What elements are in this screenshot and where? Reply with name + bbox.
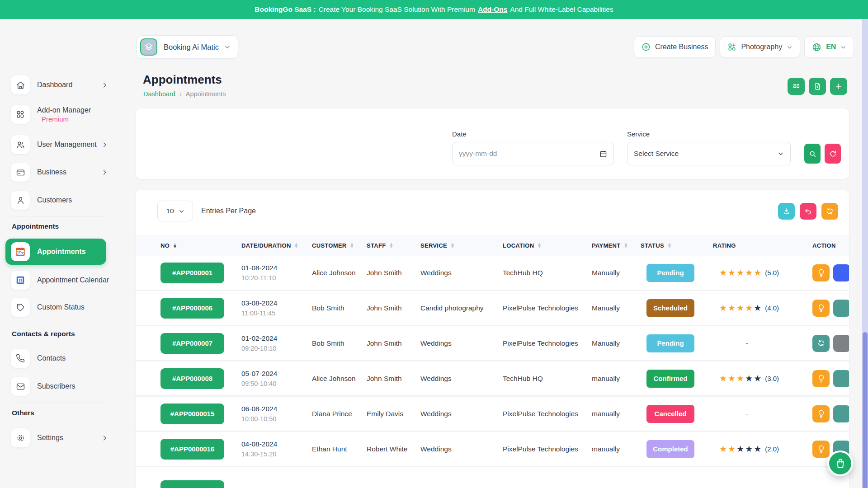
column-header-date-duration[interactable]: DATE/DURATION▲▼	[241, 242, 312, 249]
clipped-action-button[interactable]	[833, 264, 849, 282]
sort-arrows-icon[interactable]: ▲▼	[624, 243, 628, 248]
filter-card: Date yyyy-mm-dd Service Select Service	[136, 108, 849, 179]
sidebar-item-business[interactable]: Business	[11, 161, 112, 183]
breadcrumb-dashboard-link[interactable]: Dashboard	[143, 90, 175, 98]
column-header-action: ACTION	[812, 242, 849, 249]
lightbulb-button[interactable]	[812, 370, 830, 387]
sort-arrows-icon[interactable]: ▲▼	[389, 243, 393, 248]
addons-link[interactable]: Add-Ons	[478, 5, 507, 14]
action-cell	[812, 370, 849, 387]
rating-empty: -	[713, 410, 781, 418]
export-file-button[interactable]	[809, 78, 826, 95]
sidebar-section-others: Others	[12, 409, 34, 417]
search-button[interactable]	[804, 144, 821, 164]
sidebar-item-appointments-active[interactable]: Appointments	[5, 239, 106, 265]
payment-cell: Manually	[592, 339, 641, 347]
page-scrollbar-thumb[interactable]	[863, 332, 868, 488]
clipped-action-button[interactable]	[833, 300, 849, 317]
refresh-icon	[826, 207, 834, 215]
star-empty-icon: ★	[745, 444, 754, 454]
sidebar: Dashboard Add-on Manager Premium User Ma…	[0, 19, 115, 488]
language-selector[interactable]: EN	[804, 36, 854, 58]
table-row: #APP000007 01-02-2024 09:20-10:10 Bob Sm…	[136, 326, 849, 361]
sidebar-item-dashboard[interactable]: Dashboard	[11, 74, 112, 96]
service-select[interactable]: Select Service	[627, 142, 791, 165]
sync-button[interactable]	[812, 335, 830, 352]
sidebar-divider	[11, 322, 106, 322]
lightbulb-button[interactable]	[812, 441, 830, 458]
sort-arrows-icon[interactable]: ▲▼	[450, 243, 455, 248]
clipped-action-button[interactable]	[833, 405, 849, 422]
sort-arrows-icon[interactable]: ▲▼	[294, 243, 299, 248]
refresh-button[interactable]	[821, 203, 838, 220]
category-selector[interactable]: Photography	[720, 36, 800, 58]
sidebar-section-contacts: Contacts & reports	[12, 330, 75, 338]
lightbulb-button[interactable]	[812, 405, 830, 422]
sync-icon	[817, 339, 825, 347]
clipped-action-button[interactable]	[833, 370, 849, 387]
sort-arrows-icon[interactable]: ▲▼	[350, 243, 354, 248]
calendar-input-icon[interactable]	[599, 150, 607, 158]
add-appointment-button[interactable]	[830, 78, 847, 95]
lightbulb-button[interactable]	[812, 300, 830, 317]
status-badge: Pending	[646, 334, 694, 352]
service-cell: Weddings	[420, 445, 503, 453]
appointment-id-badge[interactable]	[160, 480, 224, 488]
page-scrollbar-track[interactable]	[862, 19, 868, 488]
sidebar-item-custom-status[interactable]: Custom Status	[11, 296, 112, 318]
column-header-status[interactable]: STATUS▲▼	[641, 242, 713, 249]
appointment-id-badge[interactable]: #APP0000015	[160, 404, 224, 424]
column-header-staff[interactable]: STAFF▲▼	[367, 242, 420, 249]
payment-cell: manually	[592, 375, 641, 383]
table-body: #APP000001 01-08-2024 10:20-11:10 Alice …	[136, 256, 849, 488]
chevron-right-icon	[101, 169, 108, 176]
date-duration-cell	[241, 483, 312, 485]
appointment-id-badge[interactable]: #APP000006	[160, 298, 224, 319]
sidebar-item-settings[interactable]: Settings	[11, 427, 112, 449]
appointments-table-card: 10 Entries Per Page NO▲▼DATE/DURATION▲▼C…	[136, 190, 849, 488]
sort-arrows-icon[interactable]: ▲▼	[173, 243, 177, 248]
status-cell: Cancelled	[641, 405, 713, 423]
date-duration-cell: 03-08-2024 11:00-11:45	[241, 299, 312, 317]
entries-per-page-select[interactable]: 10	[157, 201, 193, 221]
banner-brand: BookingGo SaaS :	[255, 5, 316, 14]
refresh-icon	[829, 150, 837, 158]
rating-cell: ★★★★★(4.0)	[713, 303, 812, 313]
download-button[interactable]	[778, 203, 795, 220]
column-header-payment[interactable]: PAYMENT▲▼	[592, 242, 641, 249]
sort-arrows-icon[interactable]: ▲▼	[667, 243, 672, 248]
table-row: #APP0000015 06-08-2024 10:00-10:50 Diana…	[136, 397, 849, 432]
create-business-button[interactable]: Create Business	[634, 36, 716, 58]
appointment-id-badge[interactable]: #APP0000016	[160, 439, 224, 460]
clipped-action-button[interactable]	[833, 335, 849, 352]
column-header-location[interactable]: LOCATION▲▼	[503, 242, 592, 249]
sort-arrows-icon[interactable]: ▲▼	[537, 243, 542, 248]
kanban-view-button[interactable]	[788, 78, 805, 95]
date-input[interactable]: yyyy-mm-dd	[452, 142, 614, 165]
column-header-customer[interactable]: CUSTOMER▲▼	[312, 242, 367, 249]
customer-cell: Alice Johnson	[312, 375, 367, 383]
service-cell: Weddings	[420, 269, 503, 277]
appointment-id-badge[interactable]: #APP000001	[160, 263, 224, 283]
sidebar-item-contacts[interactable]: Contacts	[11, 347, 112, 369]
column-header-no[interactable]: NO▲▼	[160, 242, 241, 249]
sidebar-item-customers[interactable]: Customers	[11, 189, 112, 211]
star-filled-icon: ★	[728, 373, 736, 384]
sidebar-item-addon-manager[interactable]: Add-on Manager Premium	[11, 103, 112, 125]
undo-button[interactable]	[800, 203, 816, 220]
lightbulb-button[interactable]	[812, 264, 830, 282]
column-header-service[interactable]: SERVICE▲▼	[420, 242, 503, 249]
location-cell: TechHub HQ	[503, 375, 592, 383]
appointment-id-badge[interactable]: #APP000007	[160, 333, 224, 354]
sidebar-item-appointment-calendar[interactable]: 31 Appointment Calendar	[11, 269, 112, 291]
star-filled-icon: ★	[728, 303, 736, 313]
cart-fab-button[interactable]	[827, 450, 853, 476]
appointment-id-badge[interactable]: #APP000008	[160, 368, 224, 389]
table-row: #APP0000016 04-08-2024 14:30-15:20 Ethan…	[136, 432, 849, 467]
location-cell: PixelPulse Technologies	[503, 304, 592, 312]
reset-filter-button[interactable]	[825, 144, 841, 164]
business-selector[interactable]: Booking Ai Matic	[137, 35, 238, 59]
sidebar-section-appointments: Appointments	[12, 222, 59, 230]
sidebar-item-user-management[interactable]: User Management	[11, 134, 112, 155]
sidebar-item-subscribers[interactable]: Subscribers	[11, 375, 112, 397]
